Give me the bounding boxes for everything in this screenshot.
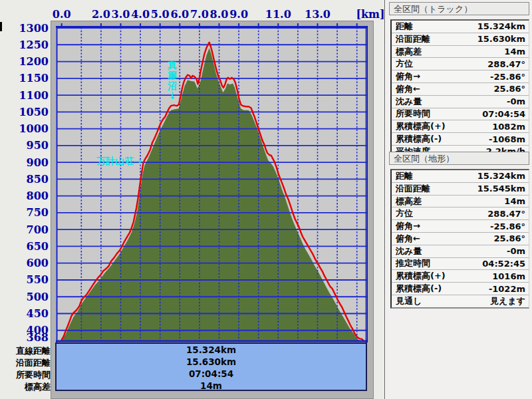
- stat-value: 15.545km: [477, 184, 525, 194]
- stat-row: 距離15.324km: [392, 21, 529, 33]
- x-tick-label: 0.0: [53, 8, 71, 21]
- stat-label: 沈み量: [396, 96, 422, 108]
- stat-value: 04:52:45: [482, 259, 525, 269]
- stat-row: 累積標高(+)1016m: [392, 270, 529, 283]
- stat-label: 沈み量: [396, 245, 422, 257]
- stat-value: 07:04:54: [482, 109, 525, 119]
- y-tick-label: 1150: [19, 72, 49, 84]
- y-tick-label: 800: [27, 190, 49, 202]
- stat-row: 方位288.47°: [392, 207, 529, 220]
- y-tick-label: 1000: [19, 122, 49, 135]
- stat-row: 推定時間04:52:45: [392, 258, 529, 271]
- stat-label: 方位: [396, 207, 413, 219]
- summary-label: 標高差: [24, 382, 51, 392]
- stat-label: 累積標高(-): [396, 283, 442, 295]
- x-tick-label: 8.0: [210, 8, 229, 21]
- summary-label: 直線距離: [15, 346, 51, 356]
- y-tick-label: 750: [27, 206, 49, 219]
- stat-row: 累積標高(-)-1022m: [392, 283, 529, 295]
- x-tick-label: 6.0: [170, 8, 189, 21]
- stat-row: 沈み量-0m: [392, 245, 529, 258]
- stat-value: -1068m: [489, 134, 525, 144]
- elevation-profile-chart[interactable]: 0.02.03.04.05.06.07.08.09.011.013.0[km]1…: [0, 0, 384, 399]
- stat-row: 見通し見えます: [392, 295, 529, 307]
- stat-row: 累積標高(-)-1068m: [392, 133, 529, 146]
- panel-title: 全区間（トラック）: [389, 2, 529, 15]
- stat-row: 距離15.324km: [392, 170, 529, 183]
- annotation-bankei-sanso: 万計山荘→: [96, 156, 142, 166]
- stat-label: 俯角→: [396, 220, 420, 232]
- stat-label: 沿面距離: [396, 33, 430, 45]
- x-tick-label: 2.0: [92, 8, 110, 21]
- stat-value: 288.47°: [487, 59, 525, 69]
- panel-title: 全区間（地形）: [389, 152, 529, 165]
- y-tick-label: 1200: [19, 55, 49, 68]
- y-tick-label: 650: [27, 240, 49, 253]
- stat-value: 288.47°: [487, 209, 525, 219]
- stat-label: 俯角←: [396, 83, 420, 95]
- x-tick-label: 11.0: [265, 8, 291, 21]
- stat-label: 累積標高(-): [396, 133, 442, 145]
- stat-value: 25.86°: [493, 233, 525, 243]
- summary-label: 沿面距離: [15, 358, 51, 368]
- stat-value: 15.324km: [477, 171, 525, 181]
- y-tick-label: 950: [27, 139, 49, 152]
- x-tick-label: 13.0: [305, 8, 331, 21]
- stat-row: 沿面距離15.545km: [392, 183, 529, 196]
- annotation-mamisu-numa: 真簾沼↓: [167, 60, 178, 102]
- stat-label: 沿面距離: [396, 183, 430, 195]
- x-tick-label: 5.0: [151, 8, 170, 21]
- summary-value: 07:04:54: [189, 368, 233, 379]
- stat-label: 標高差: [396, 196, 422, 207]
- stat-row: 俯角→-25.86°: [392, 70, 529, 83]
- y-axis: 1300125012001150110010501000950900850800…: [19, 22, 49, 344]
- summary-label: 所要時間: [15, 370, 51, 380]
- x-axis-unit: [km]: [356, 8, 384, 21]
- stat-label: 俯角→: [396, 70, 420, 82]
- summary-value: 15.324km: [186, 344, 236, 355]
- y-tick-label: 1250: [19, 39, 49, 51]
- stat-value: -0m: [507, 96, 525, 106]
- stat-label: 標高差: [396, 46, 422, 58]
- stat-row: 俯角→-25.86°: [392, 220, 529, 233]
- stat-value: 1082m: [492, 122, 525, 132]
- stats-table: 距離15.324km沿面距離15.630km標高差14m方位288.47°俯角→…: [390, 19, 529, 159]
- stat-row: 標高差14m: [392, 196, 529, 208]
- clipped-edge-glyph: [0, 22, 2, 31]
- stat-row: 沈み量-0m: [392, 96, 529, 108]
- x-tick-label: 9.0: [229, 8, 248, 21]
- y-tick-label: 900: [27, 156, 49, 169]
- x-tick-label: 3.0: [112, 8, 130, 21]
- y-tick-label: 700: [27, 223, 49, 236]
- stat-value: 見えます: [490, 295, 525, 307]
- summary-value: 15.630km: [186, 356, 236, 367]
- stat-label: 累積標高(+): [396, 270, 446, 282]
- stat-row: 標高差14m: [392, 46, 529, 59]
- elevation-graph-window: 0.02.03.04.05.06.07.08.09.011.013.0[km]1…: [0, 0, 532, 399]
- stat-value: 25.86°: [493, 84, 525, 94]
- stat-row: 方位288.47°: [392, 58, 529, 70]
- y-tick-label: 1100: [19, 89, 49, 102]
- info-pane: 全区間（トラック）距離15.324km沿面距離15.630km標高差14m方位2…: [384, 0, 532, 399]
- y-tick-label: 850: [27, 173, 49, 186]
- y-min-label: 368: [27, 331, 49, 344]
- chart-pane: 0.02.03.04.05.06.07.08.09.011.013.0[km]1…: [0, 0, 384, 399]
- stat-row: 俯角←25.86°: [392, 83, 529, 96]
- y-tick-label: 450: [27, 307, 49, 320]
- stat-label: 所要時間: [396, 108, 430, 120]
- summary-value: 14m: [200, 380, 222, 391]
- y-tick-label: 1050: [19, 106, 49, 118]
- stats-table: 距離15.324km沿面距離15.545km標高差14m方位288.47°俯角→…: [390, 169, 529, 309]
- y-tick-label: 600: [27, 257, 49, 269]
- stat-row: 所要時間07:04:54: [392, 108, 529, 121]
- stat-row: 俯角←25.86°: [392, 233, 529, 245]
- stat-value: -1022m: [489, 284, 525, 294]
- x-tick-label: 7.0: [190, 8, 209, 21]
- stat-value: -25.86°: [490, 72, 525, 82]
- stat-label: 推定時間: [396, 257, 430, 269]
- stat-value: -25.86°: [490, 221, 525, 231]
- y-tick-label: 550: [27, 273, 49, 286]
- stat-label: 距離: [396, 170, 413, 182]
- stat-value: 1016m: [492, 271, 525, 281]
- stat-label: 累積標高(+): [396, 120, 446, 132]
